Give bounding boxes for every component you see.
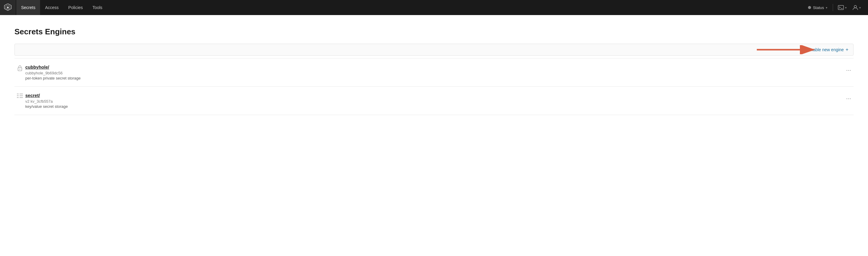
cubbyhole-info: cubbyhole/ cubbyhole_9b69dc56 per-token …	[25, 64, 844, 81]
main-content: Secrets Engines Enable new engine +	[0, 15, 868, 256]
nav-policies[interactable]: Policies	[64, 0, 88, 15]
status-button[interactable]: Status ▾	[805, 4, 830, 11]
engines-list: cubbyhole/ cubbyhole_9b69dc56 per-token …	[14, 58, 854, 115]
status-chevron-icon: ▾	[826, 6, 827, 9]
status-label: Status	[813, 5, 824, 10]
console-chevron-icon: ▾	[845, 6, 846, 9]
cubbyhole-icon	[14, 65, 25, 71]
cubbyhole-name-link[interactable]: cubbyhole/	[25, 64, 49, 70]
engine-item-secret: secret/ v2 kv_3cfb557a key/value secret …	[14, 87, 854, 115]
topnav-right: Status ▾ ▾ ▾	[805, 0, 868, 15]
secret-info: secret/ v2 kv_3cfb557a key/value secret …	[25, 93, 844, 109]
cubbyhole-meta: cubbyhole_9b69dc56	[25, 71, 844, 75]
console-button[interactable]: ▾	[835, 4, 849, 11]
topnav: Secrets Access Policies Tools Status ▾ ▾…	[0, 0, 868, 15]
secret-description: key/value secret storage	[25, 104, 844, 109]
user-button[interactable]: ▾	[850, 4, 863, 11]
cubbyhole-actions-button[interactable]: ···	[844, 66, 854, 74]
nav-secrets[interactable]: Secrets	[16, 0, 40, 15]
secret-name-link[interactable]: secret/	[25, 93, 40, 98]
svg-point-9	[20, 69, 21, 70]
cubbyhole-description: per-token private secret storage	[25, 76, 844, 81]
secret-icon	[14, 93, 25, 98]
secret-meta: v2 kv_3cfb557a	[25, 99, 844, 104]
enable-engine-plus-icon: +	[846, 47, 848, 53]
topnav-divider-1	[833, 4, 833, 11]
svg-rect-3	[838, 5, 844, 10]
toolbar: Enable new engine +	[14, 44, 854, 56]
user-chevron-icon: ▾	[859, 6, 861, 9]
svg-point-5	[854, 5, 857, 8]
topnav-nav: Secrets Access Policies Tools	[16, 0, 107, 15]
vault-logo[interactable]	[0, 0, 16, 15]
nav-tools[interactable]: Tools	[88, 0, 107, 15]
arrow-annotation	[757, 45, 817, 54]
page-title: Secrets Engines	[14, 27, 854, 36]
status-dot-icon	[808, 6, 811, 9]
engine-item-cubbyhole: cubbyhole/ cubbyhole_9b69dc56 per-token …	[14, 58, 854, 87]
svg-marker-2	[7, 6, 9, 9]
secret-actions-button[interactable]: ···	[844, 94, 854, 102]
nav-access[interactable]: Access	[40, 0, 63, 15]
